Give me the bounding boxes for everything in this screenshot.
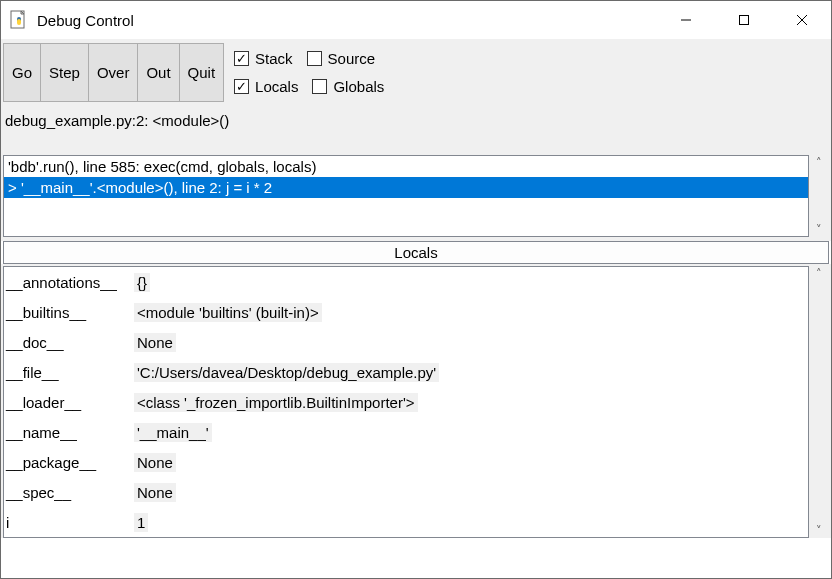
- locals-value: {}: [134, 273, 150, 292]
- locals-value: '__main__': [134, 423, 212, 442]
- window-title: Debug Control: [37, 12, 657, 29]
- locals-row[interactable]: __name__'__main__': [4, 417, 808, 447]
- minimize-button[interactable]: [657, 1, 715, 39]
- toolbar-row: Go Step Over Out Quit ✓ Stack Source ✓ L…: [1, 39, 831, 106]
- locals-header: Locals: [3, 241, 829, 264]
- locals-key: __loader__: [4, 394, 134, 411]
- debug-status: debug_example.py:2: <module>(): [1, 106, 831, 155]
- out-button[interactable]: Out: [137, 43, 179, 102]
- locals-scrollbar[interactable]: ˄ ˅: [809, 266, 829, 538]
- checkbox-icon: [312, 79, 327, 94]
- locals-row[interactable]: __loader__<class '_frozen_importlib.Buil…: [4, 387, 808, 417]
- locals-value: None: [134, 333, 176, 352]
- scroll-down-icon[interactable]: ˅: [809, 224, 829, 235]
- locals-checkbox[interactable]: ✓ Locals: [234, 78, 298, 95]
- maximize-button[interactable]: [715, 1, 773, 39]
- locals-key: __spec__: [4, 484, 134, 501]
- titlebar: Debug Control: [1, 1, 831, 39]
- checkbox-icon: [307, 51, 322, 66]
- locals-row[interactable]: __package__None: [4, 447, 808, 477]
- source-label: Source: [328, 50, 376, 67]
- source-checkbox[interactable]: Source: [307, 50, 376, 67]
- locals-value: None: [134, 453, 176, 472]
- view-options: ✓ Stack Source ✓ Locals Globals: [224, 39, 394, 106]
- locals-key: __doc__: [4, 334, 134, 351]
- stack-item[interactable]: 'bdb'.run(), line 585: exec(cmd, globals…: [4, 156, 808, 177]
- locals-list[interactable]: __annotations__{}__builtins__<module 'bu…: [3, 266, 809, 538]
- stack-item[interactable]: > '__main__'.<module>(), line 2: j = i *…: [4, 177, 808, 198]
- locals-row[interactable]: __doc__None: [4, 327, 808, 357]
- locals-key: __package__: [4, 454, 134, 471]
- locals-key: __annotations__: [4, 274, 134, 291]
- scroll-up-icon[interactable]: ˄: [809, 157, 829, 168]
- stack-checkbox[interactable]: ✓ Stack: [234, 50, 293, 67]
- locals-row[interactable]: __spec__None: [4, 477, 808, 507]
- locals-value: None: [134, 483, 176, 502]
- stack-list[interactable]: 'bdb'.run(), line 585: exec(cmd, globals…: [3, 155, 809, 237]
- locals-key: i: [4, 514, 134, 531]
- go-button[interactable]: Go: [3, 43, 41, 102]
- locals-panel: __annotations__{}__builtins__<module 'bu…: [1, 264, 831, 538]
- globals-checkbox[interactable]: Globals: [312, 78, 384, 95]
- locals-key: __builtins__: [4, 304, 134, 321]
- stack-panel: 'bdb'.run(), line 585: exec(cmd, globals…: [1, 155, 831, 241]
- checkbox-icon: ✓: [234, 79, 249, 94]
- locals-row[interactable]: __file__'C:/Users/davea/Desktop/debug_ex…: [4, 357, 808, 387]
- window-buttons: [657, 1, 831, 39]
- debug-buttons: Go Step Over Out Quit: [1, 39, 224, 106]
- globals-label: Globals: [333, 78, 384, 95]
- locals-value: 'C:/Users/davea/Desktop/debug_example.py…: [134, 363, 439, 382]
- locals-row[interactable]: __annotations__{}: [4, 267, 808, 297]
- step-button[interactable]: Step: [40, 43, 89, 102]
- locals-value: 1: [134, 513, 148, 532]
- python-file-icon: [9, 10, 29, 30]
- locals-key: __name__: [4, 424, 134, 441]
- svg-rect-2: [740, 16, 749, 25]
- locals-label: Locals: [255, 78, 298, 95]
- checkbox-icon: ✓: [234, 51, 249, 66]
- locals-key: __file__: [4, 364, 134, 381]
- locals-value: <class '_frozen_importlib.BuiltinImporte…: [134, 393, 418, 412]
- locals-row[interactable]: i1: [4, 507, 808, 537]
- stack-label: Stack: [255, 50, 293, 67]
- scroll-up-icon[interactable]: ˄: [809, 268, 829, 279]
- close-button[interactable]: [773, 1, 831, 39]
- scroll-down-icon[interactable]: ˅: [809, 525, 829, 536]
- locals-row[interactable]: __builtins__<module 'builtins' (built-in…: [4, 297, 808, 327]
- over-button[interactable]: Over: [88, 43, 139, 102]
- stack-scrollbar[interactable]: ˄ ˅: [809, 155, 829, 237]
- quit-button[interactable]: Quit: [179, 43, 225, 102]
- locals-value: <module 'builtins' (built-in)>: [134, 303, 322, 322]
